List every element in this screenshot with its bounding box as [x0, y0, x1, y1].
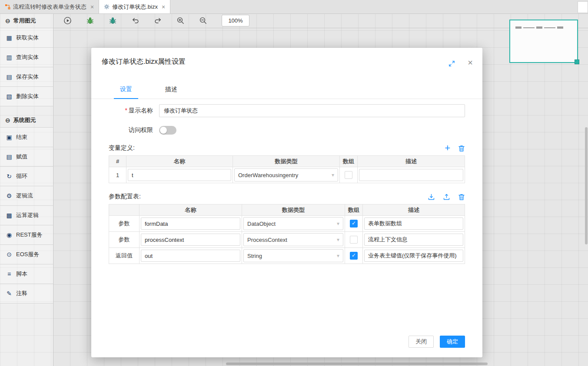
array-checkbox[interactable]	[350, 220, 358, 228]
params-title: 参数配置表:	[109, 193, 141, 201]
param-row: 参数 ProcessContext ▾	[109, 232, 465, 248]
col-array: 数组	[340, 156, 358, 167]
display-name-row: *显示名称	[109, 104, 465, 117]
toggle-knob	[160, 127, 167, 134]
variable-type-select[interactable]: OrderWarehousingentry ▾	[234, 168, 338, 181]
get-entity-icon: ▦	[6, 35, 13, 41]
chevron-down-icon: ▾	[332, 172, 334, 178]
zoom-in-icon[interactable]	[176, 16, 185, 25]
access-toggle[interactable]	[159, 126, 176, 135]
script-icon: ≡	[6, 271, 13, 277]
palette-item-delete-entity[interactable]: ▧ 删除实体	[0, 87, 53, 106]
zoom-level[interactable]: 100%	[222, 15, 249, 26]
col-index: #	[109, 156, 126, 167]
eos-service-icon: ⊙	[6, 251, 13, 257]
param-desc-input[interactable]	[364, 250, 463, 262]
param-name-input[interactable]	[141, 218, 240, 230]
tab-label: 流程流转时修改表单业务状态	[13, 3, 86, 11]
param-type-select[interactable]: DataObject ▾	[243, 217, 343, 230]
palette-item-script[interactable]: ≡ 脚本	[0, 264, 53, 284]
variables-section-header: 变量定义: +	[109, 144, 465, 152]
dialog-tabs: 设置 描述	[91, 81, 482, 99]
ok-button[interactable]: 确定	[440, 336, 465, 348]
chevron-down-icon: ▾	[337, 237, 339, 243]
palette-item-eos-service[interactable]: ⊙ EOS服务	[0, 245, 53, 264]
tab-modify-order-status[interactable]: 修改订单状态.bizx ×	[99, 0, 170, 13]
param-desc-input[interactable]	[364, 218, 463, 230]
undo-icon[interactable]	[131, 16, 140, 25]
close-icon[interactable]: ×	[468, 58, 473, 67]
minimap-content	[515, 26, 568, 33]
close-button[interactable]: 关闭	[409, 336, 434, 348]
required-asterisk: *	[125, 107, 127, 114]
palette-item-end[interactable]: ▣ 结束	[0, 128, 53, 147]
debug-config-icon[interactable]	[109, 16, 117, 25]
palette-item-loop[interactable]: ↻ 循环	[0, 167, 53, 186]
tab-settings[interactable]: 设置	[103, 81, 149, 99]
fullscreen-icon[interactable]	[448, 60, 455, 67]
save-entity-icon: ▤	[6, 74, 13, 80]
display-name-input[interactable]	[159, 104, 465, 117]
delete-variable-icon[interactable]	[458, 145, 465, 152]
properties-dialog: 修改订单状态.bizx属性设置 × 设置 描述 *显示名称 访问权限 变量定义:…	[91, 48, 482, 357]
tab-bar: 流程流转时修改表单业务状态 × 修改订单状态.bizx ×	[0, 0, 588, 14]
group-label: 常用图元	[13, 17, 36, 25]
palette-item-get-entity[interactable]: ▦ 获取实体	[0, 28, 53, 48]
variables-title: 变量定义:	[109, 144, 135, 152]
corner-button[interactable]	[578, 1, 588, 13]
tab-description[interactable]: 描述	[149, 81, 194, 99]
variable-desc-input[interactable]	[359, 169, 463, 181]
array-checkbox[interactable]	[350, 236, 358, 244]
display-name-label: *显示名称	[109, 107, 159, 115]
params-header-row: 名称 数据类型 数组 描述	[109, 204, 465, 216]
array-checkbox[interactable]	[350, 252, 358, 260]
assign-icon: ▤	[6, 154, 13, 160]
palette-group-common[interactable]: ⊖ 常用图元	[0, 13, 53, 28]
param-name-input[interactable]	[141, 234, 240, 246]
param-row: 参数 DataObject ▾	[109, 216, 465, 232]
palette-item-label: 获取实体	[16, 34, 39, 42]
minimap-resize-handle[interactable]	[575, 59, 579, 64]
horizontal-scrollbar[interactable]	[226, 363, 488, 365]
param-desc-input[interactable]	[364, 234, 463, 246]
palette-item-label: 循环	[16, 172, 27, 180]
tab-flow-process[interactable]: 流程流转时修改表单业务状态 ×	[0, 0, 99, 13]
collapse-icon: ⊖	[5, 117, 10, 123]
array-checkbox[interactable]	[345, 171, 352, 179]
delete-param-icon[interactable]	[458, 193, 465, 201]
param-row: 返回值 String ▾	[109, 248, 465, 264]
close-icon[interactable]: ×	[162, 4, 165, 10]
run-icon[interactable]	[63, 16, 72, 25]
access-label: 访问权限	[109, 126, 159, 134]
query-entity-icon: ▥	[6, 54, 13, 60]
loop-icon: ↻	[6, 173, 13, 179]
col-name: 名称	[140, 204, 242, 216]
param-type-select[interactable]: ProcessContext ▾	[243, 233, 343, 246]
add-variable-icon[interactable]: +	[445, 145, 450, 152]
export-params-icon[interactable]	[443, 193, 450, 201]
param-name-input[interactable]	[141, 250, 240, 262]
variable-name-input[interactable]	[128, 169, 231, 181]
palette-item-query-entity[interactable]: ▥ 查询实体	[0, 48, 53, 67]
close-icon[interactable]: ×	[90, 4, 94, 10]
param-type-select[interactable]: String ▾	[243, 249, 343, 262]
end-icon: ▣	[6, 134, 13, 140]
flow-icon	[5, 4, 10, 10]
palette-item-assign[interactable]: ▤ 赋值	[0, 147, 53, 167]
canvas-toolbar: 100%	[53, 13, 588, 28]
palette-group-system[interactable]: ⊖ 系统图元	[0, 113, 53, 128]
minimap[interactable]	[509, 20, 578, 63]
tab-label: 修改订单状态.bizx	[112, 3, 158, 11]
palette-item-save-entity[interactable]: ▤ 保存实体	[0, 67, 53, 87]
palette-item-logic-flow[interactable]: ⚙ 逻辑流	[0, 186, 53, 206]
vertical-scrollbar[interactable]	[585, 127, 588, 244]
redo-icon[interactable]	[154, 16, 162, 25]
debug-icon[interactable]	[86, 16, 94, 25]
palette-item-compute-logic[interactable]: ▩ 运算逻辑	[0, 206, 53, 225]
palette-item-comment[interactable]: ✎ 注释	[0, 284, 53, 303]
col-desc: 描述	[358, 156, 465, 167]
col-name: 名称	[126, 156, 233, 167]
palette-item-rest-service[interactable]: ◉ REST服务	[0, 225, 53, 245]
zoom-out-icon[interactable]	[199, 16, 207, 25]
import-params-icon[interactable]	[428, 193, 435, 201]
